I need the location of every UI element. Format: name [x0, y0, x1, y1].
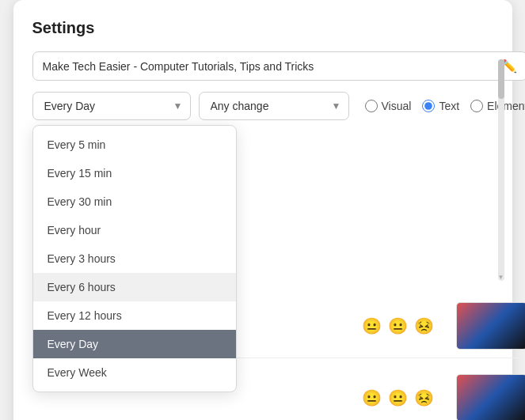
frequency-dropdown-open: Every 5 min Every 15 min Every 30 min Ev… — [32, 125, 237, 392]
url-input-wrapper[interactable]: Make Tech Easier - Computer Tutorials, T… — [32, 51, 526, 81]
emoji-group-2: 😐 😐 😣 — [362, 388, 434, 407]
emoji-1-2: 😐 — [388, 316, 408, 335]
radio-element-input[interactable] — [470, 100, 483, 112]
radio-element-label: Element — [487, 100, 525, 112]
radio-visual[interactable]: Visual — [365, 100, 412, 112]
settings-panel: Settings Make Tech Easier - Computer Tut… — [13, 0, 512, 420]
option-every-6-hours[interactable]: Every 6 hours — [33, 273, 236, 301]
radio-text-input[interactable] — [422, 100, 435, 112]
emoji-2-3: 😣 — [414, 388, 434, 407]
url-input-text: Make Tech Easier - Computer Tutorials, T… — [43, 60, 502, 73]
scrollbar[interactable]: ▼ — [498, 59, 504, 281]
option-every-30-min[interactable]: Every 30 min — [33, 187, 236, 216]
option-every-week[interactable]: Every Week — [33, 358, 236, 387]
change-dropdown-wrapper[interactable]: Any change ▼ — [199, 92, 349, 120]
controls-row-wrapper: Every Day ▼ Any change ▼ — [32, 92, 526, 120]
option-every-15-min[interactable]: Every 15 min — [33, 159, 236, 187]
option-every-12-hours[interactable]: Every 12 hours — [33, 301, 236, 330]
radio-visual-input[interactable] — [365, 100, 378, 112]
scrollbar-thumb[interactable] — [498, 59, 504, 99]
emoji-1-3: 😣 — [414, 316, 434, 335]
content-thumb-2 — [456, 374, 525, 420]
frequency-dropdown-wrapper[interactable]: Every Day ▼ — [32, 92, 191, 120]
change-select[interactable]: Any change — [199, 92, 349, 120]
emoji-2-2: 😐 — [388, 388, 408, 407]
controls-row: Every Day ▼ Any change ▼ — [32, 92, 526, 120]
radio-visual-label: Visual — [382, 100, 412, 112]
emoji-2-1: 😐 — [362, 388, 382, 407]
emoji-1-1: 😐 — [362, 316, 382, 335]
emoji-group-1: 😐 😐 😣 — [362, 316, 434, 335]
url-row: Make Tech Easier - Computer Tutorials, T… — [32, 51, 526, 81]
option-every-day[interactable]: Every Day — [33, 330, 236, 358]
radio-text-label: Text — [439, 100, 459, 112]
content-thumb-1 — [456, 302, 525, 350]
option-every-3-hours[interactable]: Every 3 hours — [33, 244, 236, 273]
radio-text[interactable]: Text — [422, 100, 459, 112]
panel-title: Settings — [32, 19, 493, 37]
option-every-5-min[interactable]: Every 5 min — [33, 131, 236, 159]
frequency-select[interactable]: Every Day — [32, 92, 191, 120]
scroll-arrow-down-icon[interactable]: ▼ — [498, 274, 504, 281]
option-every-hour[interactable]: Every hour — [33, 216, 236, 244]
